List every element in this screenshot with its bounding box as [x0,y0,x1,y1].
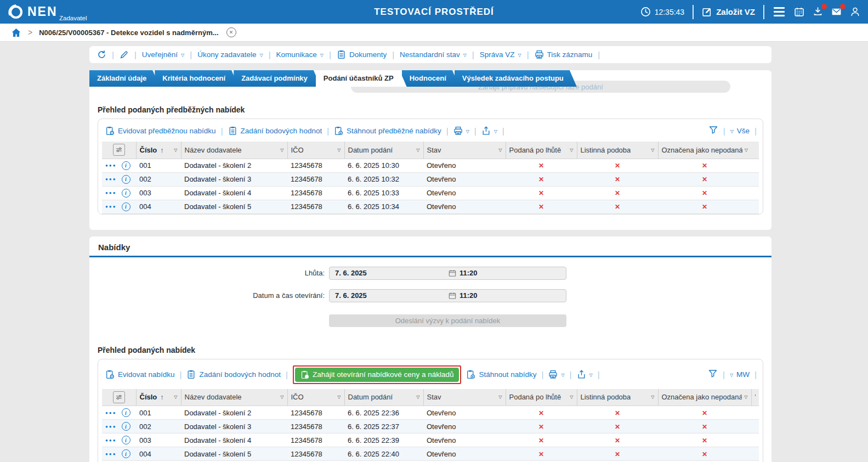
column-header-listinn-podoba[interactable]: Listinná podoba▽ [577,142,658,159]
column-header-datum-pod-n-[interactable]: Datum podání▽ [344,142,423,159]
column-filter-icon[interactable]: ▽ [568,148,573,153]
table-row[interactable]: ●●●i001Dodavatel - školení 2123456786. 6… [102,159,759,172]
info-icon[interactable]: i [122,175,131,184]
view-selector[interactable]: ▽MW [730,370,750,379]
column-filter-icon[interactable]: ▽ [278,395,283,399]
column-header-n-zev-dodavatele[interactable]: Název dodavatele▽ [181,142,287,159]
table-action-st-hnout-nab-dky[interactable]: Stáhnout nabídky [466,370,536,379]
column-filter-icon[interactable]: ▽ [649,148,654,153]
messages-button[interactable] [831,7,842,17]
deadline-time-field[interactable]: 11:20 [456,269,566,277]
column-header-ozna-ena-jako-nepodan-[interactable]: Označena jako nepodaná▽ [658,389,751,406]
view-selector[interactable]: ▽Vše [730,127,750,135]
column-header-podan-po-lh-t-[interactable]: Podaná po lhůtě▽ [506,389,577,406]
table-row[interactable]: ●●●i004Dodavatel - školení 5123456786. 6… [102,200,759,213]
column-header--slo[interactable]: Číslo↑▽ [136,142,181,159]
table-row[interactable]: ●●●i004Dodavatel - školení 5123456786. 6… [102,447,759,461]
column-filter-icon[interactable]: ▽ [414,148,419,153]
table-row[interactable]: ●●●i003Dodavatel - školení 4123456786. 6… [102,186,759,200]
tab-zad-vac-podm-nky[interactable]: Zadávací podmínky [234,70,321,87]
table-printer-button[interactable]: ▽ [453,126,469,136]
filter-icon[interactable] [708,369,718,380]
table-action-zad-n-bodov-ch-hodnot[interactable]: Zadání bodových hodnot [228,126,322,136]
table-share-button[interactable]: ▽ [481,126,497,136]
column-header-i-o[interactable]: IČO▽ [287,142,344,159]
calendar-small-icon[interactable] [449,269,456,277]
column-filter-icon[interactable]: ▽ [742,395,747,399]
tab-v-sledek-zad-vac-ho-postupu[interactable]: Výsledek zadávacího postupu [455,70,577,87]
info-icon[interactable]: i [122,161,131,170]
filter-icon[interactable] [708,125,718,137]
row-menu-icon[interactable]: ●●● [105,452,117,457]
home-button[interactable] [11,27,21,38]
opening-date-field[interactable]: 7. 6. 2025 [330,291,449,300]
column-header-ozna-ena-jako-nepodan-[interactable]: Označena jako nepodaná▽ [658,142,751,159]
column-filter-icon[interactable]: ▽ [649,395,654,399]
column-filter-icon[interactable]: ▽ [414,395,419,399]
row-menu-icon[interactable]: ●●● [105,438,117,443]
column-settings-icon[interactable] [113,144,125,156]
column-header-listinn-podoba[interactable]: Listinná podoba▽ [577,389,658,406]
table-row[interactable]: ●●●i003Dodavatel - školení 4123456786. 6… [102,433,759,447]
column-filter-icon[interactable]: ▽ [742,148,748,153]
info-icon[interactable]: i [122,202,131,211]
toolbar-item-komunikace[interactable]: Komunikace▽ [276,50,324,59]
calendar-small-icon[interactable] [449,292,456,300]
column-header-n-zev-dodavatele[interactable]: Název dodavatele▽ [181,389,287,406]
column-filter-icon[interactable]: ▽ [172,395,177,399]
table-action-zad-n-bodov-ch-hodnot[interactable]: Zadání bodových hodnot [186,370,281,379]
column-header-stav[interactable]: Stav▽ [423,142,506,159]
column-filter-icon[interactable]: ▽ [496,395,502,399]
menu-icon[interactable] [773,6,786,18]
table-row[interactable]: ●●●i002Dodavatel - školení 3123456786. 6… [102,172,759,186]
column-header-datum-pod-n-[interactable]: Datum podání▽ [344,389,423,406]
column-filter-icon[interactable]: ▽ [568,395,573,399]
nen-logo[interactable]: NEN Zadavatel [8,4,58,20]
row-menu-icon[interactable]: ●●● [105,163,117,168]
profile-button[interactable] [850,7,860,17]
table-row[interactable]: ●●●i001Dodavatel - školení 2123456786. 6… [102,406,759,420]
row-menu-icon[interactable]: ●●● [105,424,117,429]
tab-krit-ria-hodnocen-[interactable]: Kritéria hodnocení [155,70,239,87]
table-action-evidovat-p-edb-nou-nab-dku[interactable]: Evidovat předběžnou nabídku [105,126,216,136]
column-header-i-o[interactable]: IČO▽ [287,389,344,406]
row-menu-icon[interactable]: ●●● [105,204,117,209]
inbox-button[interactable] [813,7,823,17]
deadline-date-field[interactable]: 7. 6. 2025 [330,269,449,277]
column-filter-icon[interactable]: ▽ [278,148,283,153]
info-icon[interactable]: i [122,422,131,431]
toolbar-refresh-button[interactable] [97,50,106,59]
table-row[interactable]: ●●●i002Dodavatel - školení 3123456786. 6… [102,420,759,433]
start-opening-button[interactable]: Zahájit otevírání nabídkové ceny a nákla… [295,368,459,382]
toolbar-item-nestandardn-stav[interactable]: Nestandardní stav▽ [400,50,467,59]
tab-pod-n-astn-k-zp[interactable]: Podání účastníků ZP [316,70,407,87]
column-filter-icon[interactable]: ▽ [335,395,341,399]
toolbar-item-tisk-z-znamu[interactable]: Tisk záznamu [535,50,593,59]
opening-time-field[interactable]: 11:20 [456,291,566,300]
info-icon[interactable]: i [122,189,131,198]
info-icon[interactable]: i [122,449,131,458]
column-header-stav[interactable]: Stav▽ [423,389,506,406]
toolbar-item--kony-zadavatele[interactable]: Úkony zadavatele▽ [197,50,263,59]
column-filter-icon[interactable]: ▽ [496,148,502,153]
column-filter-icon[interactable]: ▽ [172,148,177,153]
toolbar-item-dokumenty[interactable]: Dokumenty [337,50,387,59]
calendar-button[interactable] [794,7,804,17]
row-menu-icon[interactable]: ●●● [105,410,117,415]
send-call-button[interactable]: Odeslání výzvy k podání nabídek [329,314,566,327]
column-header--slo[interactable]: Číslo↑▽ [136,389,181,406]
tab-z-kladn-daje[interactable]: Základní údaje [89,70,160,87]
table-share-button[interactable]: ▽ [577,370,593,379]
info-icon[interactable]: i [122,436,131,444]
row-menu-icon[interactable]: ●●● [105,190,117,195]
toolbar-pencil-button[interactable] [120,50,129,59]
table-printer-button[interactable]: ▽ [548,370,564,379]
info-icon[interactable]: i [122,408,131,417]
row-menu-icon[interactable]: ●●● [105,177,117,182]
breadcrumb-item[interactable]: N006/25/V00005367 - Detekce vozidel s na… [39,29,218,37]
column-header-podan-po-lh-t-[interactable]: Podaná po lhůtě▽ [506,142,577,159]
tab-hodnocen-[interactable]: Hodnocení [402,70,459,87]
toolbar-item-spr-va-vz[interactable]: Správa VZ▽ [480,50,521,59]
column-settings-icon[interactable] [113,391,125,403]
table-action-st-hnout-p-edb-n-nab-dky[interactable]: Stáhnout předběžné nabídky [334,126,441,136]
